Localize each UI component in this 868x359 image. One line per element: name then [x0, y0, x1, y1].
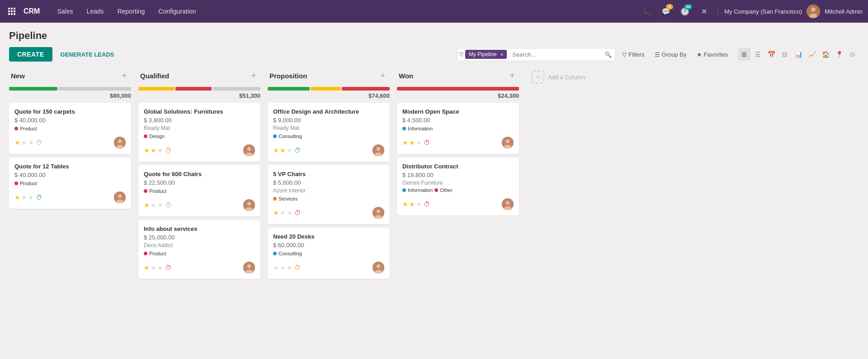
toolbar-right: ▽ My Pipeline × 🔍 ▽ Filters ☰ Group By	[457, 48, 859, 61]
view-geo-btn[interactable]: 📍	[833, 48, 845, 61]
kanban-board: New + $80,000 Quote for 150 carpets $ 40…	[9, 67, 859, 290]
kanban-card[interactable]: Office Design and Architecture $ 9,000.0…	[268, 103, 390, 162]
kanban-card[interactable]: Quote for 12 Tables $ 40,000.00 Product …	[9, 158, 131, 209]
user-avatar[interactable]	[807, 5, 820, 18]
search-input[interactable]	[509, 49, 599, 60]
star-rating: ★★★	[144, 201, 163, 209]
generate-leads-button[interactable]: GENERATE LEADS	[56, 48, 119, 62]
star-empty: ★	[416, 139, 422, 146]
card-footer: ★★★ ⏱	[273, 144, 384, 156]
star-empty: ★	[287, 147, 292, 154]
filter-tag-close[interactable]: ×	[500, 52, 503, 57]
kanban-col-add-btn[interactable]: +	[119, 71, 129, 81]
kanban-card[interactable]: Global Solutions: Furnitures $ 3,800.00 …	[138, 103, 260, 162]
phone-icon-btn[interactable]: 📞	[640, 4, 654, 19]
favorites-button[interactable]: ★ Favorites	[693, 49, 731, 60]
kanban-card[interactable]: 5 VP Chairs $ 5,600.00 Azure Interior Se…	[268, 165, 390, 224]
kanban-col-add-btn[interactable]: +	[378, 71, 388, 81]
card-amount: $ 40,000.00	[14, 117, 126, 124]
nav-separator	[717, 7, 718, 16]
kanban-col-title: Qualified	[140, 72, 169, 80]
star-empty: ★	[273, 264, 279, 271]
nav-reporting[interactable]: Reporting	[111, 5, 151, 18]
page-title: Pipeline	[9, 30, 859, 42]
kanban-card[interactable]: Quote for 150 carpets $ 40,000.00 Produc…	[9, 103, 131, 154]
nav-leads[interactable]: Leads	[80, 5, 110, 18]
view-map-btn[interactable]: 🏠	[819, 48, 832, 61]
kanban-col-amount: $80,000	[9, 92, 131, 99]
view-kanban-btn[interactable]: ⊞	[738, 48, 750, 61]
groupby-button[interactable]: ☰ Group By	[651, 49, 690, 60]
kanban-card[interactable]: Info about services $ 25,000.00 Deco Add…	[138, 220, 260, 279]
star-filled: ★	[144, 264, 150, 271]
card-rating-row: ★★★ ⏱	[273, 147, 301, 154]
clock-icon: ⏱	[36, 139, 42, 146]
kanban-column-new: New + $80,000 Quote for 150 carpets $ 40…	[9, 67, 131, 212]
toolbar: CREATE GENERATE LEADS ▽ My Pipeline × 🔍 …	[9, 47, 859, 62]
kanban-column-proposition: Proposition + $74,600 Office Design and …	[268, 67, 390, 282]
card-tag: Information	[402, 126, 433, 131]
card-avatar	[502, 137, 514, 148]
svg-point-31	[377, 210, 380, 213]
close-icon-btn[interactable]: ✕	[697, 4, 711, 19]
card-rating-row: ★★★ ⏱	[402, 201, 430, 208]
nav-sales[interactable]: Sales	[51, 5, 79, 18]
star-filled: ★	[402, 139, 408, 146]
tag-label: Information	[408, 126, 433, 131]
svg-point-22	[247, 202, 251, 206]
card-tag: Product	[144, 188, 166, 194]
nav-configuration[interactable]: Configuration	[152, 5, 202, 18]
kanban-col-add-btn[interactable]: +	[507, 71, 517, 81]
tag-dot	[402, 127, 406, 130]
view-calendar-btn[interactable]: 📅	[765, 48, 778, 61]
favorites-label: Favorites	[704, 51, 728, 58]
kanban-card[interactable]: Need 20 Desks $ 60,000.00 Consulting ★★★…	[268, 228, 390, 279]
card-rating-row: ★★★ ⏱	[273, 209, 301, 216]
kanban-card[interactable]: Modern Open Space $ 4,500.00 Information…	[397, 103, 519, 154]
chat-icon-btn[interactable]: 💬 5	[659, 4, 673, 19]
card-rating-row: ★★★ ⏱	[144, 264, 171, 271]
clock-icon-btn[interactable]: 🕐 36	[678, 4, 692, 19]
tag-dot	[144, 252, 147, 255]
star-empty: ★	[21, 194, 27, 201]
create-button[interactable]: CREATE	[9, 47, 52, 62]
view-table-btn[interactable]: ⊟	[778, 48, 791, 61]
clock-icon: ⏱	[165, 147, 171, 154]
kanban-column-qualified: Qualified + $51,300 Global Solutions: Fu…	[138, 67, 260, 282]
star-empty: ★	[287, 264, 292, 271]
tag-dot	[273, 197, 277, 201]
svg-point-19	[247, 147, 251, 151]
search-submit-icon[interactable]: 🔍	[601, 49, 615, 60]
company-name[interactable]: My Company (San Francisco)	[724, 8, 802, 15]
star-filled: ★	[409, 139, 415, 146]
card-tag: Information	[402, 187, 433, 193]
view-bar-btn[interactable]: 📈	[806, 48, 818, 61]
add-column-btn[interactable]: + Add a Column	[526, 67, 608, 87]
card-footer: ★★★ ⏱	[144, 199, 255, 211]
kanban-card[interactable]: Quote for 600 Chairs $ 22,500.00 Product…	[138, 165, 260, 216]
tag-label: Consulting	[278, 134, 302, 139]
view-list-btn[interactable]: ☰	[751, 48, 764, 61]
kanban-col-amount: $24,300	[397, 92, 519, 99]
card-footer: ★★★ ⏱	[402, 198, 514, 210]
apps-menu-icon[interactable]	[5, 5, 18, 18]
svg-rect-3	[8, 10, 10, 12]
app-brand[interactable]: CRM	[20, 7, 43, 15]
view-chart-btn[interactable]: 📊	[792, 48, 805, 61]
card-partner: Gemini Furniture	[402, 180, 514, 186]
card-amount: $ 40,000.00	[14, 172, 126, 178]
tag-label: Product	[149, 188, 166, 194]
pipeline-filter-tag[interactable]: My Pipeline ×	[465, 50, 507, 59]
filters-button[interactable]: ▽ Filters	[618, 49, 648, 60]
tag-label: Design	[149, 134, 165, 139]
kanban-col-add-btn[interactable]: +	[249, 71, 259, 81]
star-empty: ★	[151, 264, 156, 271]
svg-rect-5	[14, 10, 15, 12]
card-amount: $ 9,000.00	[273, 117, 384, 124]
star-empty: ★	[21, 139, 27, 146]
kanban-card[interactable]: Distributor Contract $ 19,800.00 Gemini …	[397, 158, 519, 215]
view-activity-btn[interactable]: ⊙	[846, 48, 859, 61]
chat-badge: 5	[666, 4, 673, 10]
star-rating: ★★★	[144, 264, 163, 271]
tag-dot	[402, 188, 406, 192]
